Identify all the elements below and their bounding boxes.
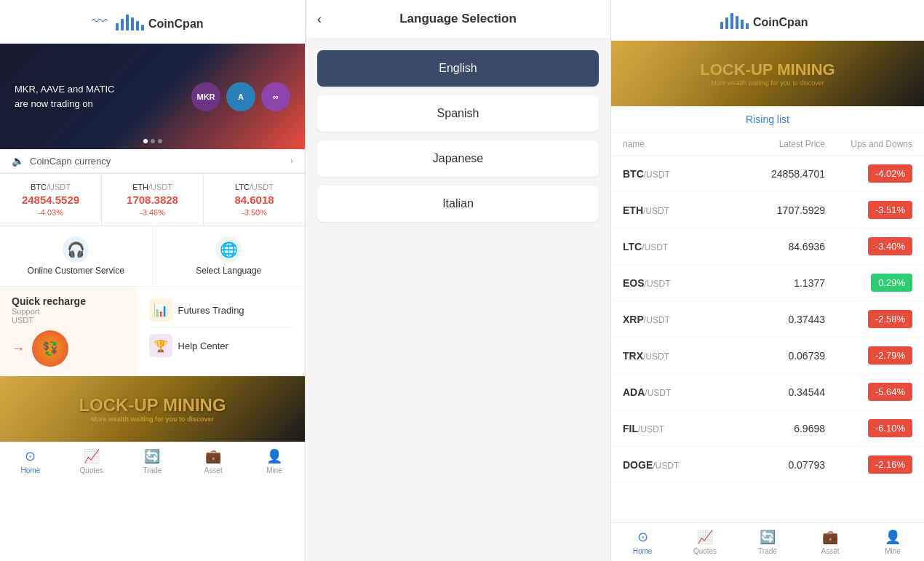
pair-price-8: 0.07793 [724, 459, 825, 471]
price-grid: BTC/USDT 24854.5529 -4.03% ETH/USDT 1708… [0, 173, 305, 226]
help-center-icon: 🏆 [149, 334, 172, 357]
help-center-item[interactable]: 🏆 Help Center [143, 328, 299, 363]
price-value-2: 84.6018 [211, 194, 298, 206]
market-row-eth[interactable]: ETH/USDT 1707.5929 -3.51% [611, 192, 924, 228]
right-nav-home[interactable]: ⊙ Home [611, 523, 674, 561]
right-nav-trade[interactable]: 🔄 Trade [736, 523, 799, 561]
quick-recharge-arrow-area: → 💱 [12, 330, 126, 367]
right-nav-label-3: Asset [821, 547, 839, 555]
price-cell-eth[interactable]: ETH/USDT 1708.3828 -3.46% [102, 174, 203, 226]
left-nav-label-3: Asset [204, 466, 223, 474]
pair-price-2: 84.6936 [724, 241, 825, 252]
market-row-btc[interactable]: BTC/USDT 24858.4701 -4.02% [611, 156, 924, 192]
change-badge-8: -2.16% [868, 455, 912, 474]
market-row-trx[interactable]: TRX/USDT 0.06739 -2.79% [611, 338, 924, 374]
help-center-label: Help Center [178, 341, 228, 351]
right-nav-icon-1: 📈 [697, 529, 713, 545]
market-row-doge[interactable]: DOGE/USDT 0.07793 -2.16% [611, 447, 924, 483]
svg-rect-11 [741, 20, 744, 29]
market-row-xrp[interactable]: XRP/USDT 0.37443 -2.58% [611, 301, 924, 338]
lang-item-spanish[interactable]: Spanish [317, 95, 599, 132]
right-nav-quotes[interactable]: 📈 Quotes [674, 523, 736, 561]
coin-mkr: MKR [191, 82, 220, 111]
pair-name-4: XRP/USDT [623, 314, 724, 325]
left-nav-mine[interactable]: 👤 Mine [244, 442, 305, 480]
price-change-2: -3.50% [211, 208, 298, 217]
right-nav-label-1: Quotes [693, 547, 717, 555]
market-row-ada[interactable]: ADA/USDT 0.34544 -5.64% [611, 374, 924, 410]
left-nav-trade[interactable]: 🔄 Trade [122, 442, 183, 480]
right-nav-icon-3: 💼 [822, 529, 838, 545]
left-nav-label-2: Trade [143, 466, 162, 474]
ticker-arrow-icon: › [290, 156, 293, 166]
price-change-0: -4.03% [7, 208, 94, 217]
select-language-shortcut[interactable]: 🌐 Select Language [153, 226, 306, 286]
market-row-ltc[interactable]: LTC/USDT 84.6936 -3.40% [611, 228, 924, 265]
svg-rect-10 [736, 16, 738, 29]
pair-name-0: BTC/USDT [623, 168, 724, 180]
lang-item-english[interactable]: English [317, 50, 599, 87]
rising-list-label[interactable]: Rising list [611, 106, 924, 133]
right-nav-asset[interactable]: 💼 Asset [799, 523, 861, 561]
pair-price-5: 0.06739 [724, 350, 825, 362]
customer-service-label: Online Customer Service [28, 266, 124, 276]
change-badge-4: -2.58% [868, 310, 912, 328]
left-nav-icon-2: 🔄 [144, 448, 160, 464]
th-price: Latest Price [724, 139, 825, 149]
customer-service-shortcut[interactable]: 🎧 Online Customer Service [0, 226, 153, 286]
left-nav-asset[interactable]: 💼 Asset [183, 442, 244, 480]
svg-text:CoinCpan: CoinCpan [753, 16, 808, 28]
svg-rect-4 [136, 21, 139, 31]
coin-aave: A [226, 82, 255, 111]
pair-name-8: DOGE/USDT [623, 459, 724, 471]
lockup-sub: More wealth waiting for you to discover [91, 415, 214, 423]
pair-price-1: 1707.5929 [724, 204, 825, 216]
change-cell-5: -2.79% [825, 346, 912, 365]
left-nav-home[interactable]: ⊙ Home [0, 442, 61, 480]
svg-rect-0 [116, 23, 119, 31]
market-rows: BTC/USDT 24858.4701 -4.02% ETH/USDT 1707… [611, 156, 924, 483]
futures-trading-item[interactable]: 📊 Futures Trading [143, 293, 299, 327]
price-value-0: 24854.5529 [7, 194, 94, 206]
pair-name-1: ETH/USDT [623, 204, 724, 216]
change-cell-6: -5.64% [825, 383, 912, 401]
svg-rect-8 [725, 17, 728, 29]
market-row-eos[interactable]: EOS/USDT 1.1377 0.29% [611, 265, 924, 301]
svg-rect-2 [126, 15, 129, 31]
left-panel: 〰 CoinCpan MKR, AAVE and MATICare now tr… [0, 0, 306, 561]
right-nav-icon-2: 🔄 [760, 529, 776, 545]
change-badge-3: 0.29% [871, 274, 912, 292]
quick-recharge[interactable]: Quick recharge Support USDT → 💱 [0, 287, 138, 375]
change-cell-1: -3.51% [825, 201, 912, 219]
modal-header: ‹ Language Selection [306, 0, 610, 39]
coin-matic: ∞ [261, 82, 290, 111]
pair-name-2: LTC/USDT [623, 241, 724, 252]
back-button[interactable]: ‹ [317, 12, 322, 27]
table-header: name Latest Price Ups and Downs [611, 133, 924, 156]
quick-recharge-currency: USDT [12, 316, 126, 325]
lang-item-italian[interactable]: Italian [317, 186, 599, 222]
dot-2 [151, 139, 155, 143]
price-cell-ltc[interactable]: LTC/USDT 84.6018 -3.50% [204, 174, 305, 226]
change-cell-7: -6.10% [825, 419, 912, 437]
futures-trading-icon: 📊 [149, 298, 172, 322]
ticker-bar[interactable]: 🔈 CoinCapn currency › [0, 149, 305, 173]
change-cell-4: -2.58% [825, 310, 912, 328]
right-logo-svg: CoinCpan [717, 7, 819, 33]
lang-item-japanese[interactable]: Japanese [317, 140, 599, 177]
change-badge-0: -4.02% [868, 164, 912, 183]
price-pair-2: LTC/USDT [211, 183, 298, 191]
banner-coins: MKR A ∞ [191, 82, 290, 111]
market-row-fil[interactable]: FIL/USDT 6.9698 -6.10% [611, 410, 924, 447]
right-nav-mine[interactable]: 👤 Mine [861, 523, 924, 561]
change-badge-1: -3.51% [868, 201, 912, 219]
right-nav-label-2: Trade [758, 547, 777, 555]
left-nav-quotes[interactable]: 📈 Quotes [61, 442, 122, 480]
price-cell-btc[interactable]: BTC/USDT 24854.5529 -4.03% [0, 174, 101, 226]
pair-price-4: 0.37443 [724, 314, 825, 325]
svg-rect-3 [131, 17, 134, 31]
price-change-1: -3.46% [109, 208, 196, 217]
right-header: CoinCpan [611, 0, 924, 41]
change-badge-5: -2.79% [868, 346, 912, 365]
right-nav-label-0: Home [633, 547, 653, 555]
